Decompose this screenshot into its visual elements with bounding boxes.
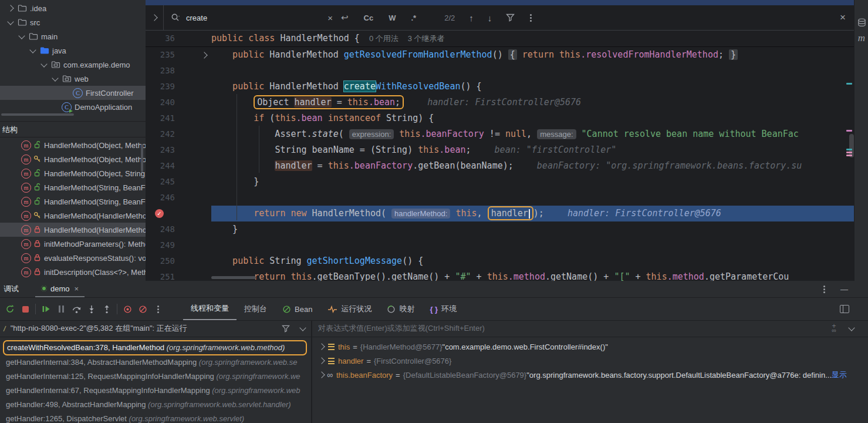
code-text[interactable] [211,63,854,79]
code-text[interactable]: return new HandlerMethod( handlerMethod:… [211,206,854,221]
editor-gutter[interactable]: 249 [146,237,211,253]
fold-arrow-icon[interactable] [201,52,207,58]
rerun-icon[interactable] [2,302,18,316]
tree-chevron-icon[interactable] [40,61,47,67]
code-line-250[interactable]: 250 public String getShortLogMessage() { [146,253,854,269]
search-options-kebab-icon[interactable] [530,17,532,19]
view-bp-icon[interactable] [120,302,135,316]
editor-gutter[interactable]: 241 [146,110,211,126]
previous-match-icon[interactable]: ↑ [469,13,474,23]
editor-gutter[interactable]: 248 [146,221,211,237]
thread-dropdown-chevron-icon[interactable] [299,324,306,331]
debug-tab-控制台[interactable]: 控制台 [237,298,275,320]
code-text[interactable]: } [211,174,854,190]
step-out-icon[interactable] [99,302,114,316]
tree-item-firstcontroller[interactable]: CFirstController [0,86,146,100]
debug-tab-Bean[interactable]: Bean [275,298,320,320]
variable-row[interactable]: this={HandlerMethod@5677} "com.example.d… [312,340,868,354]
editor-horizontal-scrollbar[interactable] [211,276,256,279]
code-line-240[interactable]: 240 Object handler = this.bean; handler:… [146,95,854,110]
debug-session-tab[interactable]: demo × [35,281,85,297]
code-line-247[interactable]: ✓ return new HandlerMethod( handlerMetho… [146,206,854,221]
words-toggle[interactable]: W [389,14,396,22]
search-input[interactable]: create × [164,13,333,23]
code-text[interactable]: public String getShortLogMessage() { [211,253,854,269]
structure-item[interactable]: mevaluateResponseStatus(): voic [0,251,146,265]
structure-item[interactable]: minitDescription(Class<?>, Meth [0,265,146,279]
thread-selector[interactable]: / "http-nio-8080-exec-2"@5,382 在组"main":… [0,320,311,337]
filter-search-icon[interactable] [506,14,515,22]
code-text[interactable]: Assert.state( expression: this.beanFacto… [211,126,854,142]
stop-icon[interactable] [18,302,33,316]
editor-gutter[interactable]: 242 [146,126,211,142]
editor-gutter[interactable]: 251 [146,269,211,281]
structure-item[interactable]: mHandlerMethod(String, BeanFa [0,180,146,194]
mute-bp-icon[interactable] [135,302,150,316]
step-over-icon[interactable] [69,302,84,316]
frame-row[interactable]: getHandler:1265, DispatcherServlet (org.… [0,412,311,423]
frame-row[interactable]: getHandlerInternal:384, AbstractHandlerM… [0,355,311,370]
tree-item-src[interactable]: src [0,15,146,29]
code-line-249[interactable]: 249 [146,237,854,253]
code-text[interactable]: handler = this.beanFactory.getBean(beanN… [211,158,854,174]
structure-item[interactable]: minitMethodParameters(): Metho [0,237,146,251]
add-watch-icon[interactable]: +∞ [832,324,836,333]
next-match-icon[interactable]: ↓ [488,13,492,23]
code-text[interactable] [211,237,854,253]
tree-item-web[interactable]: web [0,72,146,86]
code-text[interactable]: return this.getBeanType().getName() + "#… [211,269,854,281]
code-line-242[interactable]: 242 Assert.state( expression: this.beanF… [146,126,854,142]
tree-item-com.example.demo[interactable]: com.example.demo [0,58,146,72]
expand-watches-chevron-icon[interactable] [848,324,855,331]
code-text[interactable] [211,190,854,206]
editor-gutter[interactable]: 250 [146,253,211,269]
hide-frames-filter-icon[interactable] [282,325,290,333]
structure-scrollbar[interactable] [141,144,143,172]
frame-row[interactable]: getHandlerInternal:125, RequestMappingIn… [0,370,311,384]
editor-gutter[interactable]: 240 [146,95,211,110]
close-search-icon[interactable]: × [840,12,846,24]
editor-gutter[interactable]: 244 [146,158,211,174]
tree-chevron-icon[interactable] [29,46,36,53]
code-text[interactable]: if (this.bean instanceof String) { [211,110,854,126]
editor-gutter[interactable]: 235 [146,47,211,63]
editor-gutter[interactable]: 239 [146,79,211,95]
close-tab-icon[interactable]: × [75,284,79,293]
debug-options-kebab-icon[interactable] [823,288,825,290]
code-line-241[interactable]: 241 if (this.bean instanceof String) { [146,110,854,126]
editor-gutter[interactable]: 238 [146,63,211,79]
debug-tab-运行状况[interactable]: 运行状况 [320,298,379,320]
structure-item[interactable]: mHandlerMethod(Object, Metho [0,138,146,152]
show-more-link[interactable]: 显示 [832,370,847,380]
code-line-sticky-36[interactable]: 36public class HandlerMethod {0 个用法3 个继承… [146,31,854,46]
code-line-238[interactable]: 238 [146,63,854,79]
tree-chevron-icon[interactable] [18,32,25,39]
hide-tool-window-icon[interactable]: — [840,285,848,294]
tree-item-demoapplication[interactable]: CDemoApplication [0,100,146,114]
debug-tab-映射[interactable]: 映射 [379,298,422,320]
structure-item[interactable]: mHandlerMethod(HandlerMetho [0,223,146,237]
regex-toggle[interactable]: .* [411,14,416,22]
expand-search-button[interactable] [146,5,164,30]
tree-chevron-icon[interactable] [7,18,13,25]
code-editor[interactable]: create × ↩ Cc W .* 2/2 ↑ ↓ × 36public cl… [146,0,854,281]
editor-gutter[interactable]: 246 [146,190,211,206]
match-case-toggle[interactable]: Cc [364,14,374,22]
debug-tab-线程和变量[interactable]: 线程和变量 [183,298,237,320]
tree-item-main[interactable]: main [0,29,146,43]
maven-tool-icon[interactable]: m [855,31,868,46]
tree-horizontal-scrollbar[interactable] [1,113,74,116]
code-text[interactable]: public class HandlerMethod {0 个用法3 个继承者 [211,31,854,46]
code-line-246[interactable]: 246 [146,190,854,206]
code-text[interactable]: Object handler = this.bean; handler: Fir… [211,95,854,110]
structure-item[interactable]: mHandlerMethod(Object, Metho [0,152,146,166]
frame-row[interactable]: getHandler:498, AbstractHandlerMapping (… [0,398,311,412]
more-icon[interactable] [150,302,166,316]
code-lines[interactable]: 235 public HandlerMethod getResolvedFrom… [146,47,854,281]
step-into-icon[interactable] [84,302,99,316]
editor-gutter[interactable]: ✓ [146,206,211,221]
code-text[interactable]: } [211,221,854,237]
expand-chevron-icon[interactable] [318,343,325,350]
tree-item-.idea[interactable]: .idea [0,1,146,15]
expand-chevron-icon[interactable] [318,357,325,364]
